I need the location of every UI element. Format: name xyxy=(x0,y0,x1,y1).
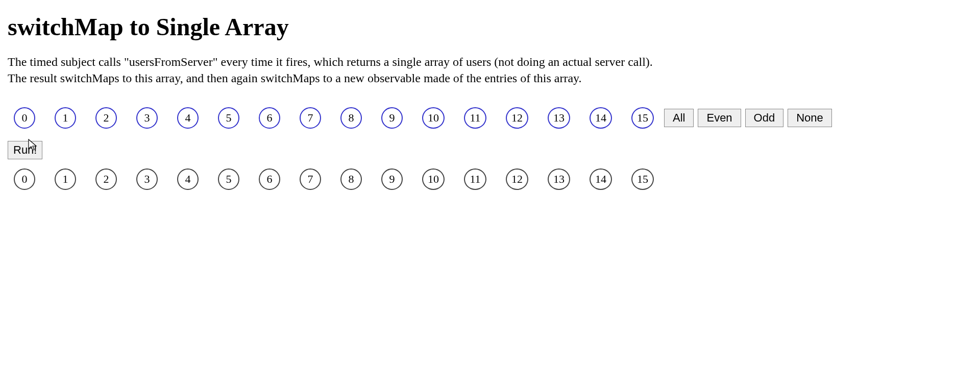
circle-label: 12 xyxy=(511,111,523,125)
circle-label: 13 xyxy=(553,111,565,125)
filter-all-button[interactable]: All xyxy=(664,109,694,127)
top-circle-item[interactable]: 5 xyxy=(218,107,239,129)
circle-label: 1 xyxy=(63,173,68,186)
circle-label: 6 xyxy=(267,173,273,186)
filter-none-button[interactable]: None xyxy=(788,109,832,127)
circle-label: 0 xyxy=(22,173,28,186)
bottom-circle-item[interactable]: 5 xyxy=(218,168,239,190)
circle-label: 11 xyxy=(470,173,480,186)
bottom-row-container: 0123456789101112131415 xyxy=(8,168,972,190)
page-title: switchMap to Single Array xyxy=(8,13,972,41)
top-circle-item[interactable]: 2 xyxy=(95,107,117,129)
top-circle-item[interactable]: 10 xyxy=(422,107,445,129)
circle-label: 7 xyxy=(308,111,313,125)
top-circle-item[interactable]: 15 xyxy=(631,107,654,129)
bottom-circle-item[interactable]: 4 xyxy=(177,168,199,190)
circle-label: 2 xyxy=(104,111,109,125)
circle-label: 3 xyxy=(144,173,150,186)
circle-label: 15 xyxy=(637,173,648,186)
top-circle-item[interactable]: 7 xyxy=(300,107,321,129)
circle-label: 1 xyxy=(63,111,68,125)
circle-label: 4 xyxy=(185,173,191,186)
circle-label: 14 xyxy=(595,173,606,186)
bottom-circle-item[interactable]: 7 xyxy=(300,168,321,190)
circle-label: 14 xyxy=(595,111,606,125)
bottom-circle-item[interactable]: 11 xyxy=(464,168,486,190)
top-circle-item[interactable]: 13 xyxy=(548,107,570,129)
bottom-circle-item[interactable]: 0 xyxy=(14,168,35,190)
bottom-circle-item[interactable]: 6 xyxy=(259,168,280,190)
circle-label: 8 xyxy=(349,111,354,125)
page-description: The timed subject calls "usersFromServer… xyxy=(8,54,671,87)
top-circle-item[interactable]: 0 xyxy=(14,107,35,129)
top-circle-list: 0123456789101112131415 xyxy=(8,107,654,129)
circle-label: 0 xyxy=(22,111,28,125)
bottom-circle-item[interactable]: 14 xyxy=(590,168,612,190)
circle-label: 3 xyxy=(144,111,150,125)
bottom-circle-item[interactable]: 3 xyxy=(136,168,158,190)
circle-label: 9 xyxy=(389,173,395,186)
circle-label: 13 xyxy=(553,173,565,186)
top-circle-item[interactable]: 6 xyxy=(259,107,280,129)
bottom-circle-item[interactable]: 10 xyxy=(422,168,445,190)
bottom-circle-item[interactable]: 12 xyxy=(506,168,528,190)
top-row-container: 0123456789101112131415 All Even Odd None xyxy=(8,107,972,129)
circle-label: 4 xyxy=(185,111,191,125)
top-circle-item[interactable]: 4 xyxy=(177,107,199,129)
circle-label: 11 xyxy=(470,111,480,125)
top-circle-item[interactable]: 1 xyxy=(55,107,76,129)
circle-label: 8 xyxy=(349,173,354,186)
bottom-circle-item[interactable]: 2 xyxy=(95,168,117,190)
top-circle-item[interactable]: 9 xyxy=(381,107,403,129)
circle-label: 10 xyxy=(428,173,439,186)
bottom-circle-item[interactable]: 15 xyxy=(631,168,654,190)
circle-label: 2 xyxy=(104,173,109,186)
circle-label: 15 xyxy=(637,111,648,125)
circle-label: 7 xyxy=(308,173,313,186)
circle-label: 6 xyxy=(267,111,273,125)
bottom-circle-item[interactable]: 8 xyxy=(340,168,362,190)
circle-label: 9 xyxy=(389,111,395,125)
filter-even-button[interactable]: Even xyxy=(698,109,741,127)
bottom-circle-list: 0123456789101112131415 xyxy=(8,168,654,190)
bottom-circle-item[interactable]: 9 xyxy=(381,168,403,190)
bottom-circle-item[interactable]: 1 xyxy=(55,168,76,190)
top-circle-item[interactable]: 11 xyxy=(464,107,486,129)
circle-label: 5 xyxy=(226,111,232,125)
run-button[interactable]: Run! xyxy=(8,141,42,159)
top-circle-item[interactable]: 8 xyxy=(340,107,362,129)
top-circle-item[interactable]: 14 xyxy=(590,107,612,129)
circle-label: 5 xyxy=(226,173,232,186)
top-circle-item[interactable]: 3 xyxy=(136,107,158,129)
filter-odd-button[interactable]: Odd xyxy=(745,109,784,127)
bottom-circle-item[interactable]: 13 xyxy=(548,168,570,190)
filter-button-group: All Even Odd None xyxy=(664,109,832,127)
circle-label: 12 xyxy=(511,173,523,186)
circle-label: 10 xyxy=(428,111,439,125)
top-circle-item[interactable]: 12 xyxy=(506,107,528,129)
